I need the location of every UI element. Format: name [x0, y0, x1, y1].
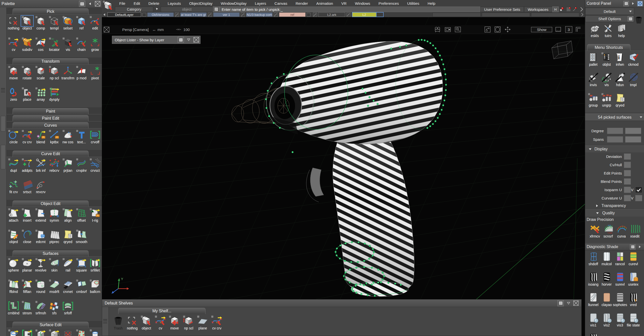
tool-align[interactable]: align [61, 207, 75, 228]
diag-ltunnel[interactable]: ltunnel [587, 291, 600, 312]
tool-cv[interactable]: cv [7, 36, 20, 57]
tool-edit[interactable]: edit [88, 15, 102, 36]
layer-checkbox[interactable] [307, 13, 310, 17]
shelf-trash-icon[interactable] [634, 15, 644, 29]
tool-ffblnd[interactable]: ffblnd [7, 278, 20, 299]
tool-cubeghost[interactable] [48, 328, 61, 336]
tool-dupl[interactable]: dupl [7, 157, 20, 178]
tool-chain[interactable]: chain [75, 36, 88, 57]
tool-rail[interactable]: rail [61, 257, 75, 278]
palette-tab-paint[interactable]: Paint [13, 108, 89, 114]
tool-attach[interactable]: attach [7, 207, 20, 228]
menu-preferences[interactable]: Preferences [379, 1, 399, 6]
picked-surfaces-dropdown[interactable]: 54 picked surfaces [585, 114, 644, 121]
palette-scroll-rail[interactable] [0, 8, 7, 336]
menu-objectdisplay[interactable]: ObjectDisplay [189, 1, 213, 6]
perspective-viewport[interactable]: Y Persp [Camera] ↔ mm 100 Show 3 [102, 17, 585, 336]
shelves-menu-icon[interactable] [557, 300, 564, 306]
diag-surevl[interactable]: surevl [613, 271, 627, 291]
viewport-close-icon[interactable] [103, 26, 110, 33]
menu-shortcuts-tab[interactable]: Menu Shortcuts [587, 44, 630, 51]
tool-cv crv[interactable]: cv crv [20, 128, 34, 150]
tool-kptbx[interactable]: kptbx [48, 128, 61, 150]
palette-collapse-icon[interactable] [87, 1, 93, 7]
workspaces-button[interactable]: Workspaces [524, 7, 552, 12]
layer-chip-slot[interactable] [376, 13, 383, 17]
tool-subdiv[interactable]: subdiv [20, 36, 34, 57]
look-at-icon[interactable] [494, 26, 501, 33]
shortcut-ungrp[interactable]: ungrp [600, 92, 613, 112]
degree-v-field[interactable] [625, 128, 641, 134]
tool-bracketsg[interactable] [20, 328, 34, 336]
tool-cylring[interactable] [7, 328, 20, 336]
tool-stnsm[interactable]: stnsm [20, 299, 34, 321]
layer-bar-right-arrow[interactable] [579, 13, 585, 16]
shortcut-vis[interactable]: vis [600, 71, 613, 92]
shelf-item-cv[interactable]: cv [153, 315, 168, 330]
diagnostic-expand-icon[interactable] [637, 244, 643, 250]
tool-edcmt[interactable]: edcmt [34, 228, 48, 250]
tool-crvsct[interactable]: crvsct [88, 157, 102, 178]
tool-revcrv[interactable]: revcrv [34, 178, 48, 200]
tool-smooth[interactable]: smooth [75, 228, 88, 250]
tool-move[interactable]: move [7, 64, 20, 86]
control-panel-titlebar[interactable]: Control Panel [585, 0, 644, 7]
tool-cos[interactable]: cos [34, 36, 48, 57]
3d-scene[interactable]: Y [102, 17, 585, 336]
tool-array[interactable]: array [34, 86, 48, 107]
menu-canvas[interactable]: Canvas [274, 1, 287, 6]
checkbox-Deviation[interactable] [624, 153, 631, 160]
camera-icon[interactable] [434, 26, 441, 32]
stray-cv-point[interactable] [292, 151, 294, 153]
shortcut-infwn[interactable]: iinfwn [613, 51, 627, 71]
palette-tab-paint-edit[interactable]: Paint Edit [13, 115, 89, 121]
menu-utilities[interactable]: Utilities [407, 1, 419, 6]
tool-filflan[interactable]: filflan [20, 278, 34, 299]
tool-brk inf[interactable]: brk inf [34, 157, 48, 178]
menu-animation[interactable]: Animation [316, 1, 333, 6]
units-label[interactable]: mm [157, 27, 164, 32]
tool-cubecurve[interactable] [34, 328, 48, 336]
history-button[interactable]: H [552, 7, 559, 12]
tool-pivot[interactable]: pivot [88, 64, 102, 86]
tool-rotate[interactable]: rotate [20, 64, 34, 86]
checkbox-Blend Points[interactable] [624, 178, 631, 185]
tool-skin[interactable]: skin [48, 257, 61, 278]
shortcut-group[interactable]: group [587, 92, 600, 112]
tool-symm[interactable]: symm [48, 207, 61, 228]
menu-windowdisplay[interactable]: WindowDisplay [221, 1, 247, 6]
tool-close[interactable]: close [20, 228, 34, 250]
quality-section-header[interactable]: Quality [585, 209, 644, 217]
layer-count-box[interactable]: 3 [565, 26, 572, 33]
diag-horver[interactable]: horver [600, 271, 613, 291]
object-lister-bar[interactable]: Object Lister - Show by Layer [112, 36, 200, 44]
diag-clayao[interactable]: clayao [600, 291, 613, 312]
checkbox-Curvature U[interactable] [624, 195, 631, 201]
pick-tool-mini-icon[interactable] [559, 7, 565, 12]
layer-chip-L2[interactable]: L2 [352, 13, 376, 17]
layer-empty-slot[interactable] [531, 13, 579, 17]
shelf-item-cv crv[interactable]: cv crv [210, 315, 224, 330]
current-tool-icon[interactable] [103, 0, 114, 11]
diagnostic-shade-header[interactable]: Diagnostic Shade [585, 243, 644, 250]
menu-delete[interactable]: Delete [148, 1, 159, 6]
layer-chip-L2.ark[interactable]: L2.ark [318, 12, 345, 17]
object-lister-dropdown-icon[interactable] [186, 37, 191, 43]
show-button[interactable]: Show [531, 27, 552, 32]
control-panel-expand-icon[interactable] [630, 1, 636, 6]
default-layer-button[interactable]: DefaultLayer [107, 12, 141, 17]
object-lister-menu-icon[interactable] [178, 37, 184, 43]
tool-crvnet[interactable]: crvnet [61, 278, 75, 299]
shelf-item-nothng[interactable]: nothng [125, 315, 139, 330]
layer-chip-ref[interactable]: ref [279, 13, 305, 17]
tool-extend[interactable]: extend [34, 207, 48, 228]
tool-objed[interactable]: objed [7, 228, 20, 250]
tool-insert[interactable]: insert [20, 207, 34, 228]
tool-srtsct[interactable]: srtsct [20, 178, 34, 200]
tool-msdrft[interactable]: msdrft [48, 278, 61, 299]
tool-addpts[interactable]: addpts [20, 157, 34, 178]
grid-snap-mini-icon[interactable] [565, 7, 572, 12]
tool-circle[interactable]: circle [7, 128, 20, 150]
menu-render[interactable]: Render [296, 1, 308, 6]
tool-cmbsrf[interactable]: cmbsrf [75, 278, 88, 299]
